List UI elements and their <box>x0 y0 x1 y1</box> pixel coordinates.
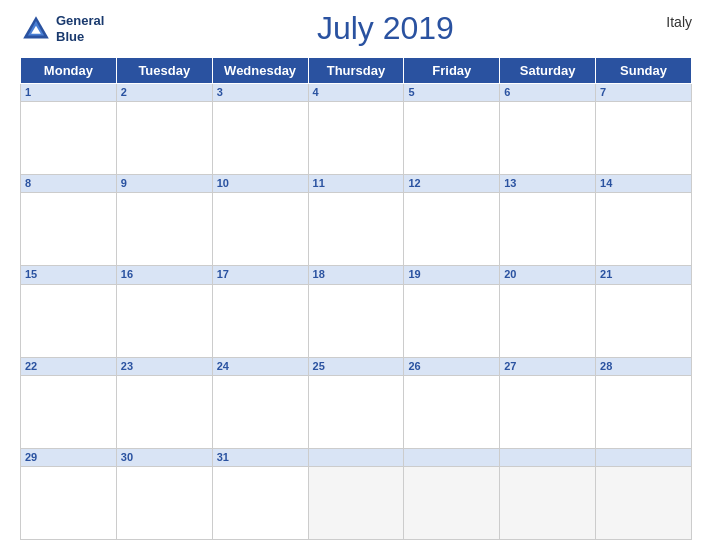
day-content-cell <box>404 284 500 357</box>
day-number: 17 <box>217 268 304 280</box>
day-content-cell <box>212 466 308 539</box>
col-monday: Monday <box>21 58 117 84</box>
week-content-row-2 <box>21 193 692 266</box>
page-header: General Blue July 2019 Italy <box>20 10 692 47</box>
day-content-cell <box>596 375 692 448</box>
calendar-title: July 2019 <box>317 10 454 47</box>
day-number: 25 <box>313 360 400 372</box>
day-number: 8 <box>25 177 112 189</box>
day-content-cell <box>500 193 596 266</box>
day-content-cell <box>500 466 596 539</box>
day-number: 27 <box>504 360 591 372</box>
day-num-cell: 23 <box>116 357 212 375</box>
day-content-cell <box>116 102 212 175</box>
week-content-row-3 <box>21 284 692 357</box>
day-content-cell <box>116 193 212 266</box>
day-content-cell <box>21 102 117 175</box>
day-content-cell <box>500 102 596 175</box>
week-num-row-4: 22232425262728 <box>21 357 692 375</box>
day-num-cell: 16 <box>116 266 212 284</box>
week-num-row-1: 1234567 <box>21 84 692 102</box>
logo-text: General Blue <box>56 13 104 44</box>
logo-icon <box>20 13 52 45</box>
day-num-cell: 24 <box>212 357 308 375</box>
day-content-cell <box>308 466 404 539</box>
day-content-cell <box>308 193 404 266</box>
col-saturday: Saturday <box>500 58 596 84</box>
day-number: 24 <box>217 360 304 372</box>
col-sunday: Sunday <box>596 58 692 84</box>
col-wednesday: Wednesday <box>212 58 308 84</box>
day-num-cell: 19 <box>404 266 500 284</box>
col-friday: Friday <box>404 58 500 84</box>
day-content-cell <box>21 193 117 266</box>
day-num-cell: 14 <box>596 175 692 193</box>
day-number: 6 <box>504 86 591 98</box>
day-number: 20 <box>504 268 591 280</box>
day-number: 28 <box>600 360 687 372</box>
day-number: 21 <box>600 268 687 280</box>
day-num-cell: 30 <box>116 448 212 466</box>
day-num-cell: 11 <box>308 175 404 193</box>
day-num-cell: 4 <box>308 84 404 102</box>
day-number: 11 <box>313 177 400 189</box>
day-content-cell <box>500 284 596 357</box>
day-num-cell: 21 <box>596 266 692 284</box>
week-content-row-4 <box>21 375 692 448</box>
day-num-cell: 2 <box>116 84 212 102</box>
day-content-cell <box>21 375 117 448</box>
day-num-cell: 13 <box>500 175 596 193</box>
week-content-row-5 <box>21 466 692 539</box>
day-num-cell <box>596 448 692 466</box>
day-number: 26 <box>408 360 495 372</box>
day-number: 12 <box>408 177 495 189</box>
day-num-cell: 8 <box>21 175 117 193</box>
day-content-cell <box>404 102 500 175</box>
day-content-cell <box>212 193 308 266</box>
day-header-row: Monday Tuesday Wednesday Thursday Friday… <box>21 58 692 84</box>
day-content-cell <box>116 375 212 448</box>
day-num-cell <box>404 448 500 466</box>
day-number: 7 <box>600 86 687 98</box>
day-number: 18 <box>313 268 400 280</box>
week-content-row-1 <box>21 102 692 175</box>
day-num-cell: 27 <box>500 357 596 375</box>
day-number: 3 <box>217 86 304 98</box>
day-content-cell <box>21 284 117 357</box>
day-num-cell: 28 <box>596 357 692 375</box>
day-num-cell: 1 <box>21 84 117 102</box>
day-number: 10 <box>217 177 304 189</box>
day-number: 4 <box>313 86 400 98</box>
day-number: 9 <box>121 177 208 189</box>
day-num-cell: 20 <box>500 266 596 284</box>
day-num-cell: 9 <box>116 175 212 193</box>
day-content-cell <box>596 466 692 539</box>
day-num-cell: 31 <box>212 448 308 466</box>
day-content-cell <box>308 284 404 357</box>
logo: General Blue <box>20 13 104 45</box>
day-num-cell: 12 <box>404 175 500 193</box>
day-number: 22 <box>25 360 112 372</box>
day-content-cell <box>212 375 308 448</box>
day-content-cell <box>116 466 212 539</box>
day-num-cell: 17 <box>212 266 308 284</box>
day-content-cell <box>596 193 692 266</box>
day-content-cell <box>21 466 117 539</box>
calendar-table: Monday Tuesday Wednesday Thursday Friday… <box>20 57 692 540</box>
day-number: 15 <box>25 268 112 280</box>
day-num-cell <box>308 448 404 466</box>
country-label: Italy <box>666 14 692 30</box>
day-number: 29 <box>25 451 112 463</box>
day-number: 16 <box>121 268 208 280</box>
day-content-cell <box>404 193 500 266</box>
day-content-cell <box>404 466 500 539</box>
day-num-cell: 29 <box>21 448 117 466</box>
day-num-cell: 7 <box>596 84 692 102</box>
col-tuesday: Tuesday <box>116 58 212 84</box>
day-content-cell <box>308 375 404 448</box>
day-num-cell: 22 <box>21 357 117 375</box>
day-content-cell <box>212 102 308 175</box>
day-number: 1 <box>25 86 112 98</box>
day-number: 13 <box>504 177 591 189</box>
week-num-row-3: 15161718192021 <box>21 266 692 284</box>
